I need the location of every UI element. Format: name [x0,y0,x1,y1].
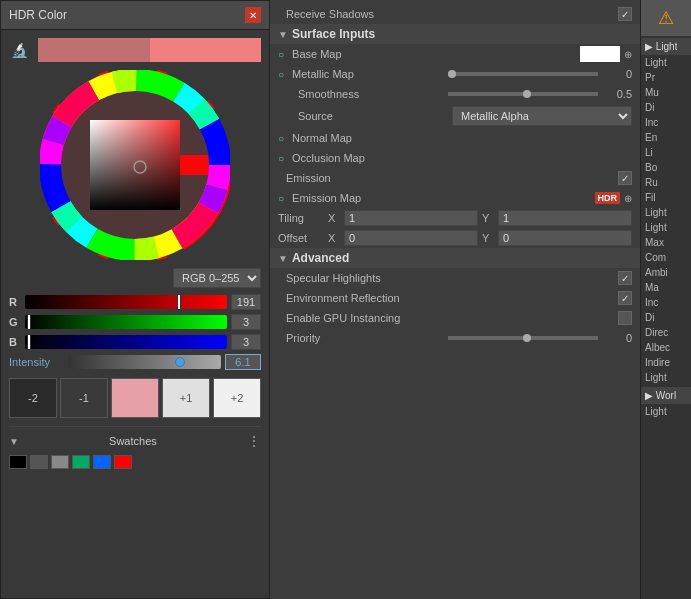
specular-checkbox[interactable] [618,271,632,285]
env-reflection-label: Environment Reflection [278,292,618,304]
sidebar-di-item: Di [641,100,691,115]
metallic-map-label: Metallic Map [284,68,448,80]
swatch-red[interactable] [114,455,132,469]
b-value-input[interactable] [231,334,261,350]
eyedropper-button[interactable]: 🔬 [9,40,30,60]
tiling-y-value[interactable]: 1 [498,210,632,226]
swatch-plus2[interactable]: +2 [213,378,261,418]
source-row: Source Metallic Alpha [270,104,640,128]
smoothness-slider[interactable] [448,92,598,96]
gpu-instancing-row: Enable GPU Instancing [270,308,640,328]
sidebar-fil-item: Fil [641,190,691,205]
color-wheel-svg[interactable] [40,70,230,260]
base-map-pick-button[interactable]: ⊕ [624,49,632,60]
color-picker-header: HDR Color ✕ [1,1,269,30]
surface-inputs-section[interactable]: ▼ Surface Inputs [270,24,640,44]
swatch-blue[interactable] [93,455,111,469]
offset-row: Offset X 0 Y 0 [270,228,640,248]
intensity-value-input[interactable] [225,354,261,370]
gpu-instancing-checkbox[interactable] [618,311,632,325]
close-button[interactable]: ✕ [245,7,261,23]
swatches-colors-row [9,455,261,469]
base-map-row: ○ Base Map ⊕ [270,44,640,64]
swatch-black[interactable] [9,455,27,469]
b-slider-row: B [9,334,261,350]
color-picker-body: 🔬 [1,30,269,477]
smoothness-num: 0.5 [602,88,632,100]
swatch-plus1[interactable]: +1 [162,378,210,418]
mode-dropdown[interactable]: RGB 0–255 [173,268,261,288]
specular-label: Specular Highlights [278,272,618,284]
sidebar-light2-item: Light [641,205,691,220]
g-slider-thumb [27,314,31,330]
source-dropdown[interactable]: Metallic Alpha [452,106,632,126]
env-reflection-checkbox[interactable] [618,291,632,305]
tiling-y-label: Y [482,212,494,224]
swatch-gray[interactable] [30,455,48,469]
smoothness-label: Smoothness [278,88,448,100]
sidebar-world-light-item: Light [641,404,691,419]
offset-xy: X 0 Y 0 [328,230,632,246]
r-slider-track[interactable] [25,295,227,309]
offset-x-value[interactable]: 0 [344,230,478,246]
color-preview-current [150,38,262,62]
intensity-label: Intensity [9,356,64,368]
swatches-header: ▼ Swatches ⋮ [9,426,261,449]
emission-pick-button[interactable]: ⊕ [624,193,632,204]
offset-x-num: 0 [349,232,355,244]
warning-icon: ⚠ [641,0,691,36]
source-label: Source [278,110,452,122]
source-value: Metallic Alpha [452,106,632,126]
sidebar-com-item: Com [641,250,691,265]
swatches-title: Swatches [109,435,157,447]
emission-checkbox[interactable] [618,171,632,185]
mode-selector: RGB 0–255 [9,268,261,288]
sidebar-bo-item: Bo [641,160,691,175]
env-reflection-row: Environment Reflection [270,288,640,308]
material-panel: Receive Shadows ▼ Surface Inputs ○ Base … [270,0,640,599]
sidebar-direc-item: Direc [641,325,691,340]
sidebar-light-item: Light [641,55,691,70]
tiling-x-value[interactable]: 1 [344,210,478,226]
r-value-input[interactable] [231,294,261,310]
lighting-section-header[interactable]: ▶ Light [641,38,691,55]
offset-x-label: X [328,232,340,244]
g-value-input[interactable] [231,314,261,330]
right-sidebar: ⚠ ▶ Light Light Pr Mu Di Inc En Li Bo Ru… [640,0,691,599]
offset-y-value[interactable]: 0 [498,230,632,246]
priority-slider[interactable] [448,336,598,340]
surface-inputs-title: Surface Inputs [292,27,375,41]
metallic-map-value: 0 [448,68,632,80]
sidebar-ru-item: Ru [641,175,691,190]
color-wheel-container[interactable] [9,70,261,260]
normal-map-label: Normal Map [284,132,632,144]
swatch-current[interactable] [111,378,159,418]
b-slider-track[interactable] [25,335,227,349]
color-preview-original [38,38,150,62]
r-slider-thumb [177,294,181,310]
offset-label: Offset [278,232,328,244]
advanced-section[interactable]: ▼ Advanced [270,248,640,268]
base-map-value: ⊕ [580,46,632,62]
intensity-track[interactable] [68,355,221,369]
offset-y-num: 0 [503,232,509,244]
swatches-menu-button[interactable]: ⋮ [247,433,261,449]
occlusion-map-label: Occlusion Map [284,152,632,164]
sidebar-max-item: Max [641,235,691,250]
metallic-map-slider[interactable] [448,72,598,76]
world-section-header[interactable]: ▶ Worl [641,387,691,404]
receive-shadows-value [618,7,632,21]
receive-shadows-label: Receive Shadows [278,8,618,20]
receive-shadows-checkbox[interactable] [618,7,632,21]
swatch-lightgray[interactable] [51,455,69,469]
swatch-green[interactable] [72,455,90,469]
g-slider-track[interactable] [25,315,227,329]
priority-value: 0 [448,332,632,344]
base-map-swatch[interactable] [580,46,620,62]
swatch-minus1[interactable]: -1 [60,378,108,418]
gpu-instancing-label: Enable GPU Instancing [278,312,618,324]
swatch-minus2[interactable]: -2 [9,378,57,418]
advanced-arrow-icon: ▼ [278,253,288,264]
normal-map-row: ○ Normal Map [270,128,640,148]
r-slider-row: R [9,294,261,310]
